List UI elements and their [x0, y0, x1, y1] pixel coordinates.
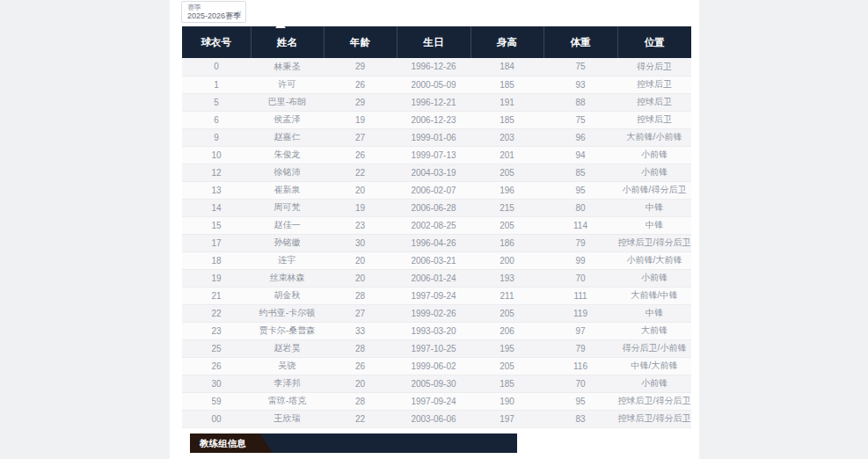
cell-height: 215 — [470, 199, 543, 216]
table-row[interactable]: 30李泽邦202005-09-3018570小前锋 — [182, 375, 691, 392]
table-row[interactable]: 15赵佳一232002-08-25205114中锋 — [182, 216, 691, 234]
cell-name: 贾卡尔-桑普森 — [251, 322, 324, 339]
cell-name: 林秉圣 — [251, 58, 324, 76]
cell-height: 205 — [470, 164, 543, 181]
table-row[interactable]: 10朱俊龙261999-07-1320194小前锋 — [182, 146, 691, 164]
cell-age: 19 — [324, 111, 397, 128]
table-row[interactable]: 19丝束林森202006-01-2419370小前锋 — [182, 269, 691, 287]
cell-weight: 99 — [543, 251, 617, 269]
cell-birthday: 2006-03-21 — [397, 251, 470, 269]
cell-name: 朱俊龙 — [251, 146, 324, 164]
cell-height: 191 — [470, 93, 543, 111]
cell-jersey: 10 — [182, 146, 251, 164]
cell-weight: 97 — [543, 322, 617, 339]
cell-birthday: 2004-03-19 — [397, 164, 470, 181]
cell-birthday: 1997-10-25 — [397, 339, 470, 357]
cell-height: 200 — [470, 251, 543, 269]
cell-weight: 83 — [543, 410, 617, 427]
season-dropdown-label: 赛季 — [187, 4, 233, 11]
table-row[interactable]: 22约书亚-卡尔顿271999-02-26205119中锋 — [182, 304, 691, 322]
table-row[interactable]: 0林秉圣291996-12-2618475得分后卫 — [182, 58, 691, 76]
cell-height: 185 — [470, 111, 543, 128]
cell-weight: 94 — [543, 146, 617, 164]
cell-age: 29 — [324, 58, 397, 76]
cell-name: 雷琼-塔克 — [251, 392, 324, 410]
cell-position: 控球后卫/得分后卫 — [617, 392, 691, 410]
table-row[interactable]: 23贾卡尔-桑普森331993-03-2020697大前锋 — [182, 322, 691, 339]
cell-jersey: 14 — [182, 199, 251, 216]
cell-height: 201 — [470, 146, 543, 164]
table-row[interactable]: 1许可262000-05-0918593控球后卫 — [182, 76, 691, 93]
table-row[interactable]: 6侯孟泽192006-12-2318575控球后卫 — [182, 111, 691, 128]
cell-position: 控球后卫 — [617, 111, 691, 128]
cell-jersey: 25 — [182, 339, 251, 357]
cell-birthday: 2003-06-06 — [397, 410, 470, 427]
cell-name: 崔新泉 — [251, 181, 324, 199]
season-dropdown[interactable]: 赛季 2025-2026赛季 ∨ — [181, 1, 246, 23]
cell-birthday: 2006-02-07 — [397, 181, 470, 199]
cell-birthday: 1997-09-24 — [397, 392, 470, 410]
cell-position: 大前锋/小前锋 — [617, 128, 691, 146]
cell-weight: 95 — [543, 181, 617, 199]
column-header: 姓名 — [251, 26, 324, 58]
cell-weight: 80 — [543, 199, 617, 216]
cell-jersey: 26 — [182, 357, 251, 375]
cell-position: 大前锋 — [617, 322, 691, 339]
table-row[interactable]: 14周可梵192006-06-2821580中锋 — [182, 199, 691, 216]
cell-height: 185 — [470, 375, 543, 392]
table-row[interactable]: 21胡金秋281997-09-24211111大前锋/中锋 — [182, 287, 691, 304]
roster-table-body: 0林秉圣291996-12-2618475得分后卫1许可262000-05-09… — [182, 58, 691, 427]
table-row[interactable]: 12徐铭沛222004-03-1920585小前锋 — [182, 164, 691, 181]
roster-table-container: 球衣号姓名年龄生日身高体重位置 0林秉圣291996-12-2618475得分后… — [182, 26, 691, 428]
table-row[interactable]: 00王欣瑞222003-06-0619783控球后卫/得分后卫 — [182, 410, 691, 427]
cell-height: 185 — [470, 76, 543, 93]
cell-weight: 93 — [543, 76, 617, 93]
roster-table-header: 球衣号姓名年龄生日身高体重位置 — [182, 26, 691, 58]
table-row[interactable]: 25赵岩昊281997-10-2519579得分后卫/小前锋 — [182, 339, 691, 357]
cell-position: 控球后卫 — [617, 93, 691, 111]
cell-age: 33 — [324, 322, 397, 339]
cell-height: 184 — [470, 58, 543, 76]
cell-birthday: 1999-01-06 — [397, 128, 470, 146]
table-row[interactable]: 5巴里-布朗291996-12-2119188控球后卫 — [182, 93, 691, 111]
cell-jersey: 6 — [182, 111, 251, 128]
table-row[interactable]: 26吴骁261999-06-02205116中锋/大前锋 — [182, 357, 691, 375]
cell-position: 小前锋/大前锋 — [617, 251, 691, 269]
cell-age: 26 — [324, 357, 397, 375]
cell-name: 巴里-布朗 — [251, 93, 324, 111]
cell-position: 中锋 — [617, 199, 691, 216]
cell-position: 得分后卫 — [617, 58, 691, 76]
cell-jersey: 22 — [182, 304, 251, 322]
cell-name: 胡金秋 — [251, 287, 324, 304]
popover-arrow — [275, 22, 286, 28]
cell-age: 28 — [324, 287, 397, 304]
cell-position: 控球后卫/得分后卫 — [617, 234, 691, 251]
cell-position: 中锋 — [617, 304, 691, 322]
cell-age: 26 — [324, 146, 397, 164]
cell-position: 中锋 — [617, 216, 691, 234]
cell-jersey: 59 — [182, 392, 251, 410]
table-row[interactable]: 13崔新泉202006-02-0719695小前锋/得分后卫 — [182, 181, 691, 199]
table-row[interactable]: 59雷琼-塔克281997-09-2419095控球后卫/得分后卫 — [182, 392, 691, 410]
table-row[interactable]: 9赵嘉仁271999-01-0620396大前锋/小前锋 — [182, 128, 691, 146]
chevron-down-icon: ∨ — [237, 9, 242, 17]
cell-birthday: 1999-06-02 — [397, 357, 470, 375]
table-row[interactable]: 18连宇202006-03-2120099小前锋/大前锋 — [182, 251, 691, 269]
cell-height: 186 — [470, 234, 543, 251]
cell-name: 赵嘉仁 — [251, 128, 324, 146]
cell-age: 20 — [324, 269, 397, 287]
cell-jersey: 0 — [182, 58, 251, 76]
cell-jersey: 18 — [182, 251, 251, 269]
cell-position: 得分后卫/小前锋 — [617, 339, 691, 357]
cell-birthday: 2002-08-25 — [397, 216, 470, 234]
cell-weight: 119 — [543, 304, 617, 322]
cell-height: 203 — [470, 128, 543, 146]
cell-age: 23 — [324, 216, 397, 234]
cell-height: 197 — [470, 410, 543, 427]
cell-age: 20 — [324, 251, 397, 269]
cell-position: 控球后卫 — [617, 76, 691, 93]
cell-birthday: 1996-12-26 — [397, 58, 470, 76]
table-row[interactable]: 17孙铭徽301996-04-2618679控球后卫/得分后卫 — [182, 234, 691, 251]
cell-weight: 79 — [543, 234, 617, 251]
cell-position: 小前锋/得分后卫 — [617, 181, 691, 199]
